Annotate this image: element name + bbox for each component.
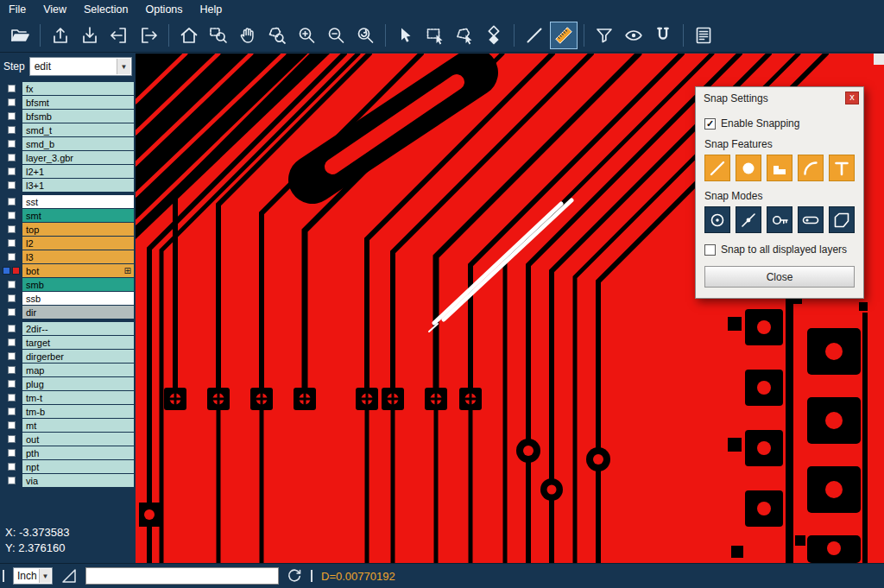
layer-checkbox[interactable]	[8, 112, 16, 120]
layer-row-fx[interactable]: fx	[0, 82, 136, 95]
filter-funnel-button[interactable]	[590, 22, 618, 49]
layer-checkbox-cell[interactable]	[0, 123, 22, 136]
refresh-icon[interactable]	[287, 568, 302, 584]
layer-row-via[interactable]: via	[0, 474, 136, 487]
layer-row-l3+1[interactable]: l3+1	[0, 179, 136, 192]
layer-label[interactable]: l3+1	[22, 179, 134, 192]
snap-arc-button[interactable]	[798, 155, 824, 181]
zoom-window-button[interactable]	[205, 22, 232, 49]
layer-checkbox-cell[interactable]	[0, 278, 22, 291]
layer-checkbox[interactable]	[8, 449, 16, 457]
snap-outline-button[interactable]	[829, 206, 855, 233]
layer-checkbox-cell[interactable]	[0, 474, 22, 487]
layer-checkbox-cell[interactable]	[0, 179, 22, 192]
layer-row-tm-b[interactable]: tm-b	[0, 405, 136, 418]
layer-row-sst[interactable]: sst	[0, 195, 136, 208]
pan-hand-button[interactable]	[234, 22, 262, 49]
snap-corner-button[interactable]	[767, 155, 792, 181]
line-tool-button[interactable]	[521, 22, 548, 49]
magnet-button[interactable]	[649, 22, 677, 49]
layer-row-layer_3.gbr[interactable]: layer_3.gbr	[0, 151, 136, 164]
all-layers-checkbox[interactable]	[704, 244, 716, 256]
layer-checkbox[interactable]	[8, 294, 16, 302]
open-folder-button[interactable]	[6, 22, 34, 49]
layer-label[interactable]: smd_b	[22, 137, 134, 150]
layer-checkbox-cell[interactable]	[0, 377, 22, 390]
box-arrow-left-button[interactable]	[105, 22, 133, 49]
layer-checkbox-cell[interactable]	[0, 433, 22, 446]
layer-row-target[interactable]: target	[0, 336, 136, 349]
layer-checkbox-cell[interactable]	[0, 110, 22, 123]
layer-checkbox[interactable]	[8, 281, 16, 288]
layer-row-bfsmt[interactable]: bfsmt	[0, 96, 136, 109]
layer-row-l2+1[interactable]: l2+1	[0, 165, 136, 178]
layer-label[interactable]: via	[22, 474, 134, 487]
layer-label[interactable]: smb	[22, 278, 134, 291]
snap-center-button[interactable]	[704, 206, 730, 233]
layer-label[interactable]: plug	[22, 377, 134, 390]
units-select[interactable]: Inch ▼	[13, 567, 53, 585]
view-eye-button[interactable]	[620, 22, 647, 49]
layer-checkbox-cell[interactable]	[0, 209, 22, 222]
layer-checkbox[interactable]	[8, 126, 16, 134]
dialog-close-icon[interactable]: x	[845, 92, 859, 104]
layer-label[interactable]: l2	[22, 237, 134, 250]
layer-checkbox[interactable]	[8, 421, 16, 429]
layer-label[interactable]: dirgerber	[22, 350, 134, 363]
zoom-out-button[interactable]	[322, 22, 350, 49]
select-polygon-button[interactable]	[451, 22, 478, 49]
chevron-down-icon[interactable]: ▼	[39, 569, 51, 583]
layer-checkbox-cell[interactable]	[0, 195, 22, 208]
layer-checkbox-cell[interactable]	[0, 151, 22, 164]
layer-checkbox[interactable]	[8, 338, 16, 346]
layer-checkbox[interactable]	[8, 408, 16, 415]
layer-label[interactable]: pth	[22, 446, 134, 459]
command-input[interactable]	[85, 567, 279, 585]
layer-checkbox[interactable]	[8, 140, 16, 148]
layer-checkbox-cell[interactable]	[0, 137, 22, 150]
layer-row-smb[interactable]: smb	[0, 278, 136, 291]
layer-checkbox[interactable]	[8, 98, 16, 106]
layer-row-top[interactable]: top	[0, 223, 136, 236]
layer-row-dir[interactable]: dir	[0, 306, 136, 319]
layer-checkbox-cell[interactable]	[0, 336, 22, 349]
layer-row-plug[interactable]: plug	[0, 377, 136, 390]
menu-options[interactable]: Options	[136, 0, 191, 18]
layer-label[interactable]: top	[22, 223, 134, 236]
snap-point-on-line-button[interactable]	[736, 206, 761, 233]
layer-label[interactable]: tm-b	[22, 405, 134, 418]
layer-checkbox[interactable]	[8, 198, 16, 205]
snap-text-button[interactable]	[829, 155, 855, 181]
menu-selection[interactable]: Selection	[75, 0, 136, 18]
layer-checkbox[interactable]	[8, 239, 16, 247]
layer-row-smd_t[interactable]: smd_t	[0, 123, 136, 136]
layer-row-npt[interactable]: npt	[0, 460, 136, 473]
box-arrow-right-button[interactable]	[135, 22, 162, 49]
layer-checkbox[interactable]	[8, 308, 16, 316]
layer-checkbox[interactable]	[8, 168, 16, 175]
snap-obround-button[interactable]	[798, 206, 824, 233]
layer-checkbox[interactable]	[8, 212, 16, 219]
layer-label[interactable]: bfsmb	[22, 110, 134, 123]
layer-checkbox-cell[interactable]	[0, 350, 22, 363]
layer-checkbox-cell[interactable]	[0, 264, 22, 277]
layer-checkbox-cell[interactable]	[0, 306, 22, 319]
layer-label[interactable]: l3	[22, 250, 134, 263]
layer-checkbox-cell[interactable]	[0, 460, 22, 473]
layer-label[interactable]: tm-t	[22, 391, 134, 404]
layer-row-ssb[interactable]: ssb	[0, 292, 136, 305]
layer-label[interactable]: 2dir--	[22, 322, 134, 335]
layer-row-2dir--[interactable]: 2dir--	[0, 322, 136, 335]
zoom-previous-button[interactable]	[351, 22, 379, 49]
menu-file[interactable]: File	[0, 0, 35, 18]
layer-checkbox-cell[interactable]	[0, 419, 22, 432]
zoom-in-button[interactable]	[293, 22, 320, 49]
select-pointer-button[interactable]	[392, 22, 420, 49]
layer-checkbox-cell[interactable]	[0, 96, 22, 109]
layer-row-smt[interactable]: smt	[0, 209, 136, 222]
layer-label[interactable]: ssb	[22, 292, 134, 305]
layer-label[interactable]: smt	[22, 209, 134, 222]
layer-row-mt[interactable]: mt	[0, 419, 136, 432]
layer-label[interactable]: smd_t	[22, 123, 134, 136]
home-button[interactable]	[175, 22, 203, 49]
